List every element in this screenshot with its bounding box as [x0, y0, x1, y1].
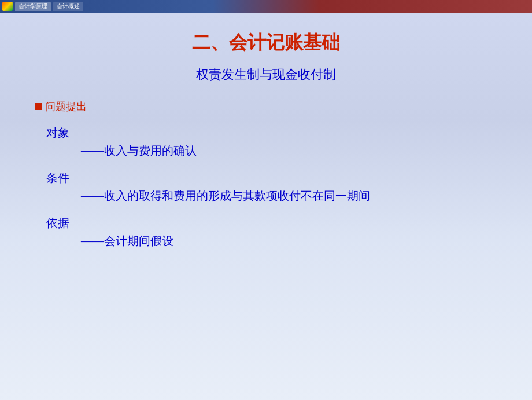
- slide-container: 会计学原理 会计概述 二、会计记账基础 权责发生制与现金收付制 问题提出 对象 …: [0, 0, 532, 400]
- item-label-condition: 条件: [46, 170, 497, 186]
- item-detail-object: ——收入与费用的确认: [46, 143, 497, 159]
- item-group-condition: 条件 ——收入的取得和费用的形成与其款项收付不在同一期间: [46, 170, 497, 204]
- content-block: 对象 ——收入与费用的确认 条件 ——收入的取得和费用的形成与其款项收付不在同一…: [35, 125, 497, 255]
- item-detail-basis: ——会计期间假设: [46, 233, 497, 249]
- top-bar: 会计学原理 会计概述: [0, 0, 532, 13]
- item-group-object: 对象 ——收入与费用的确认: [46, 125, 497, 159]
- subtitle: 权责发生制与现金收付制: [35, 66, 497, 83]
- item-label-basis: 依据: [46, 215, 497, 231]
- section-header: 问题提出: [35, 100, 497, 113]
- bullet-icon: [35, 103, 42, 110]
- item-label-object: 对象: [46, 125, 497, 141]
- tab-accounting-overview[interactable]: 会计概述: [53, 2, 83, 11]
- tab-accounting-principles[interactable]: 会计学原理: [15, 2, 51, 11]
- section-header-text: 问题提出: [45, 100, 87, 113]
- app-logo: [2, 2, 13, 11]
- item-group-basis: 依据 ——会计期间假设: [46, 215, 497, 249]
- content-area: 二、会计记账基础 权责发生制与现金收付制 问题提出 对象 ——收入与费用的确认 …: [0, 13, 532, 400]
- main-title: 二、会计记账基础: [35, 30, 497, 56]
- item-detail-condition: ——收入的取得和费用的形成与其款项收付不在同一期间: [46, 188, 497, 204]
